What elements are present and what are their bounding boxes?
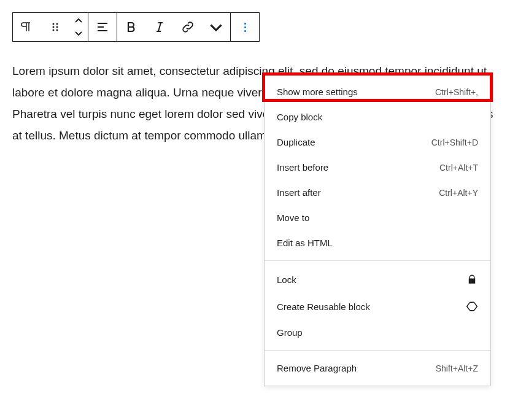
menu-show-more-settings[interactable]: Show more settings Ctrl+Shift+, xyxy=(265,79,490,104)
menu-item-label: Copy block xyxy=(277,112,478,122)
svg-point-2 xyxy=(53,26,55,28)
align-button[interactable] xyxy=(88,13,117,41)
move-down-button[interactable] xyxy=(69,27,88,39)
toolbar-group-options xyxy=(231,13,259,41)
move-up-button[interactable] xyxy=(69,15,88,27)
italic-button[interactable] xyxy=(145,13,174,41)
toolbar-group-block xyxy=(13,13,88,41)
menu-insert-before[interactable]: Insert before Ctrl+Alt+T xyxy=(265,155,490,159)
menu-item-shortcut: Ctrl+Shift+D xyxy=(431,138,478,147)
menu-item-label: Duplicate xyxy=(277,137,431,147)
svg-point-3 xyxy=(56,26,58,28)
menu-copy-block[interactable]: Copy block xyxy=(265,104,490,130)
menu-item-shortcut: Ctrl+Shift+, xyxy=(435,87,478,97)
toolbar-group-align xyxy=(88,13,117,41)
link-button[interactable] xyxy=(174,13,202,41)
drag-handle-icon[interactable] xyxy=(41,13,69,41)
move-buttons xyxy=(69,13,88,41)
block-toolbar xyxy=(12,12,260,42)
svg-point-0 xyxy=(53,23,55,25)
menu-duplicate[interactable]: Duplicate Ctrl+Shift+D xyxy=(265,130,490,155)
svg-point-4 xyxy=(53,29,55,31)
svg-point-5 xyxy=(56,29,58,31)
paragraph-block-icon[interactable] xyxy=(13,13,41,41)
more-options-button[interactable] xyxy=(231,13,259,41)
block-options-menu: Show more settings Ctrl+Shift+, Copy blo… xyxy=(264,74,491,159)
more-format-button[interactable] xyxy=(202,13,230,41)
toolbar-group-format xyxy=(117,13,231,41)
svg-point-1 xyxy=(56,23,58,25)
vertical-dots-icon xyxy=(244,23,246,32)
menu-item-label: Show more settings xyxy=(277,87,435,97)
menu-section-1: Show more settings Ctrl+Shift+, Copy blo… xyxy=(265,74,490,159)
bold-button[interactable] xyxy=(117,13,145,41)
